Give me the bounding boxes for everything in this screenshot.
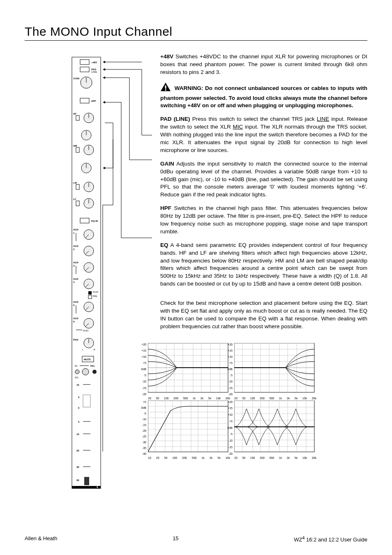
p-48v: +48V Switches +48VDC to the channel inpu… [160,53,367,76]
svg-text:MUTE: MUTE [84,358,91,361]
svg-text:LF: LF [73,198,76,200]
svg-rect-51 [88,291,92,295]
svg-point-77 [82,368,89,375]
svg-text:AUX: AUX [73,278,78,280]
svg-text:+48V: +48V [91,61,97,64]
svg-text:1: 1 [96,484,98,488]
svg-text:30: 30 [76,466,79,468]
p-eq2: Check for the best microphone selection … [160,299,367,331]
p-pad: PAD (LINE) Press this switch to select t… [160,115,367,154]
svg-text:LM: LM [73,182,77,184]
p-warning: WARNING: Do not connect unbalanced sourc… [160,82,367,110]
svg-text:AUX: AUX [73,261,78,264]
svg-text:R: R [94,348,95,351]
svg-text:HPF: HPF [91,100,96,102]
svg-rect-24 [76,184,79,189]
p-gain: GAIN Adjusts the input sensitivity to ma… [160,160,367,199]
chart-lf-shelf: +20+15+10+50dB-5-10-15-20 20501002005001… [148,343,230,396]
page-footer: Allen & Heath 15 WZ4 16:2 and 12:2 User … [25,535,367,543]
eq-charts: +20+15+10+50dB-5-10-15-20 20501002005001… [148,343,355,455]
svg-text:HM: HM [73,145,77,147]
chart-mid-peak: +20+15+10+50dB-5-10-15-20 20501002005001… [234,401,316,455]
svg-rect-53 [88,295,92,299]
svg-text:SIG: SIG [75,376,78,379]
svg-text:POST: POST [93,291,99,293]
svg-rect-97 [165,85,166,89]
svg-point-78 [92,370,97,374]
svg-point-76 [75,370,79,374]
svg-text:AUX: AUX [73,228,78,231]
svg-text:00: 00 [76,479,79,481]
svg-text:(LINE): (LINE) [91,71,97,73]
svg-rect-28 [76,201,79,206]
svg-text:10: 10 [76,384,79,386]
svg-text:AUX: AUX [73,301,78,303]
footer-right: WZ4 16:2 and 12:2 User Guide [294,535,367,543]
warning-icon [160,82,171,94]
svg-rect-94 [84,477,89,485]
svg-rect-1 [80,60,89,64]
footer-left: Allen & Heath [25,535,58,543]
svg-text:20: 20 [76,449,79,452]
svg-text:PK: PK [75,365,78,367]
footer-page: 15 [173,535,178,543]
svg-text:EQ IN: EQ IN [91,220,98,222]
chart-hpf: +50dB-5-10-15-20-25-30-35-40 10205010020… [148,401,230,455]
svg-rect-31 [80,218,89,223]
p-eq: EQ A 4-band semi parametric EQ provides … [160,242,367,288]
svg-text:PAN: PAN [73,339,78,341]
svg-text:10: 10 [76,433,79,435]
svg-text:L: L [82,348,83,351]
svg-rect-9 [80,98,89,103]
channel-strip-diagram: +48V PAD (LINE) GAIN HPF HF HM LM [25,53,152,498]
svg-rect-98 [165,89,166,90]
svg-text:PFL: PFL [90,365,95,367]
page-title: The MONO Input Channel [25,25,367,41]
svg-text:AUX: AUX [73,245,78,247]
p-hpf: HPF Switches in the channel high pass fi… [160,205,367,236]
svg-text:AUX: AUX [73,317,78,320]
svg-text:PRE: PRE [93,295,97,297]
svg-text:GAIN: GAIN [73,77,79,80]
svg-text:POST: POST [83,329,89,332]
chart-hf-shelf: +20+15+10+50dB-5-10-15-20 20501002005001… [234,343,316,396]
svg-text:HF: HF [73,113,76,115]
svg-rect-12 [76,115,79,120]
svg-rect-3 [80,67,89,72]
svg-rect-18 [76,147,79,152]
svg-rect-131 [148,401,228,452]
